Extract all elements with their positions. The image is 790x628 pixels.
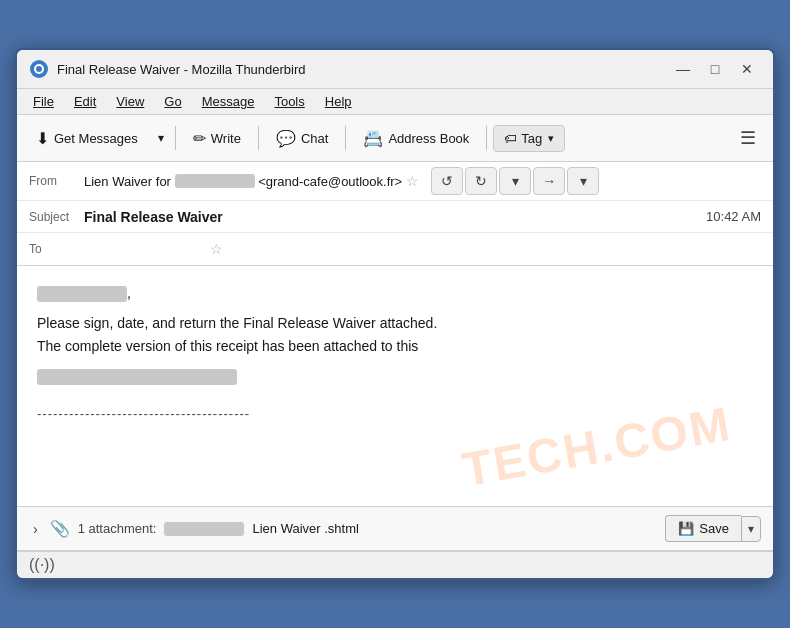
attachment-paperclip-icon: 📎: [50, 519, 70, 538]
get-messages-icon: ⬇: [36, 129, 49, 148]
from-star-icon[interactable]: ☆: [406, 173, 419, 189]
toolbar-separator-2: [258, 126, 259, 150]
to-value-blurred: [84, 242, 204, 256]
email-time: 10:42 AM: [706, 209, 761, 224]
forward-dropdown[interactable]: ▾: [567, 167, 599, 195]
attachment-filename: Lien Waiver .shtml: [252, 521, 358, 536]
menu-view[interactable]: View: [108, 91, 152, 112]
menu-file[interactable]: File: [25, 91, 62, 112]
write-button[interactable]: ✏ Write: [182, 123, 252, 154]
from-content: Lien Waiver for <grand-cafe@outlook.fr> …: [84, 167, 599, 195]
tag-dropdown-arrow: ▾: [548, 132, 554, 145]
save-dropdown-button[interactable]: ▾: [741, 516, 761, 542]
body-paragraph: Please sign, date, and return the Final …: [37, 312, 753, 357]
app-icon: [29, 59, 49, 79]
toolbar-separator-1: [175, 126, 176, 150]
greeting-blurred: [37, 286, 127, 302]
body-blurred-line: [37, 365, 753, 387]
save-button[interactable]: 💾 Save: [665, 515, 741, 542]
menu-message[interactable]: Message: [194, 91, 263, 112]
toolbar-separator-3: [345, 126, 346, 150]
save-button-group: 💾 Save ▾: [665, 515, 761, 542]
to-star-icon[interactable]: ☆: [210, 241, 223, 257]
toolbar-separator-4: [486, 126, 487, 150]
forward-button[interactable]: →: [533, 167, 565, 195]
minimize-button[interactable]: —: [669, 58, 697, 80]
from-name: Lien Waiver for <grand-cafe@outlook.fr>: [84, 174, 402, 189]
connection-status-icon: ((·)): [29, 556, 55, 574]
title-controls: — □ ✕: [669, 58, 761, 80]
title-bar-left: Final Release Waiver - Mozilla Thunderbi…: [29, 59, 306, 79]
svg-point-2: [36, 66, 42, 72]
maximize-button[interactable]: □: [701, 58, 729, 80]
get-messages-dropdown[interactable]: ▾: [153, 125, 169, 151]
get-messages-button[interactable]: ⬇ Get Messages: [25, 123, 149, 154]
to-row: To ☆: [17, 233, 773, 265]
reply-all-button[interactable]: ↻: [465, 167, 497, 195]
tag-button[interactable]: 🏷 Tag ▾: [493, 125, 565, 152]
toolbar: ⬇ Get Messages ▾ ✏ Write 💬 Chat 📇 Addres…: [17, 115, 773, 162]
subject-row: Subject Final Release Waiver 10:42 AM: [17, 201, 773, 233]
title-bar: Final Release Waiver - Mozilla Thunderbi…: [17, 50, 773, 89]
subject-value: Final Release Waiver: [84, 209, 706, 225]
attachment-count: 1 attachment:: [78, 521, 157, 536]
reply-button[interactable]: ↺: [431, 167, 463, 195]
from-name-blurred: [175, 174, 255, 188]
chat-button[interactable]: 💬 Chat: [265, 123, 339, 154]
action-buttons: ↺ ↻ ▾ → ▾: [431, 167, 599, 195]
attachment-bar: › 📎 1 attachment: Lien Waiver .shtml 💾 S…: [17, 506, 773, 551]
tag-icon: 🏷: [504, 131, 517, 146]
body-greeting-line: ,: [37, 282, 753, 304]
attachment-name-blurred: [164, 522, 244, 536]
from-row: From Lien Waiver for <grand-cafe@outlook…: [17, 162, 773, 201]
menu-help[interactable]: Help: [317, 91, 360, 112]
main-window: Final Release Waiver - Mozilla Thunderbi…: [15, 48, 775, 580]
email-header: From Lien Waiver for <grand-cafe@outlook…: [17, 162, 773, 266]
address-book-icon: 📇: [363, 129, 383, 148]
save-icon: 💾: [678, 521, 694, 536]
more-actions-dropdown[interactable]: ▾: [499, 167, 531, 195]
window-title: Final Release Waiver - Mozilla Thunderbi…: [57, 62, 306, 77]
menu-tools[interactable]: Tools: [266, 91, 312, 112]
body-blurred-text: [37, 369, 237, 385]
menu-bar: File Edit View Go Message Tools Help: [17, 89, 773, 115]
body-divider: ----------------------------------------: [37, 404, 753, 425]
email-body: , Please sign, date, and return the Fina…: [17, 266, 773, 506]
write-icon: ✏: [193, 129, 206, 148]
address-book-button[interactable]: 📇 Address Book: [352, 123, 480, 154]
status-bar: ((·)): [17, 551, 773, 578]
attachment-expand-icon[interactable]: ›: [29, 519, 42, 539]
hamburger-menu-button[interactable]: ☰: [731, 121, 765, 155]
menu-go[interactable]: Go: [156, 91, 189, 112]
menu-edit[interactable]: Edit: [66, 91, 104, 112]
close-button[interactable]: ✕: [733, 58, 761, 80]
chat-icon: 💬: [276, 129, 296, 148]
